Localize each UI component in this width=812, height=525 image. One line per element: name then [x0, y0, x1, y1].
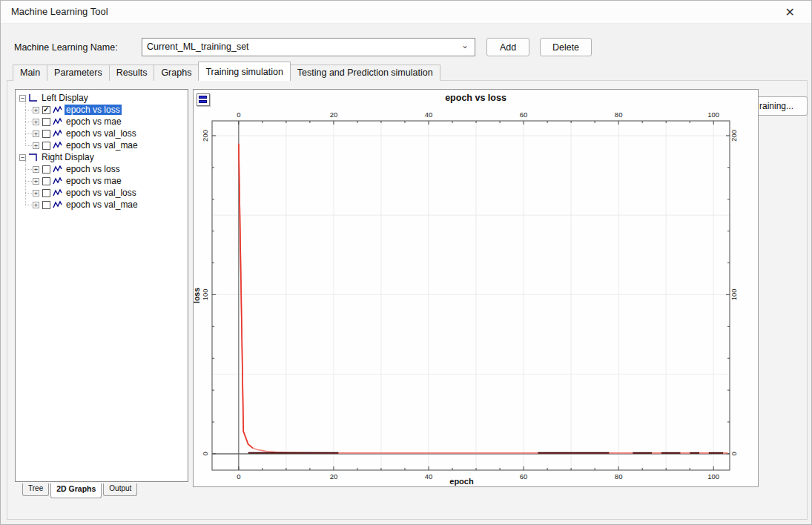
- svg-text:0: 0: [730, 452, 738, 455]
- ml-name-combobox[interactable]: Current_ML_training_set ⌄: [142, 38, 475, 56]
- close-icon[interactable]: ✕: [781, 4, 799, 21]
- tab-parameters[interactable]: Parameters: [47, 65, 110, 81]
- expand-icon[interactable]: +: [33, 119, 39, 125]
- tree-item-right-display-epoch-vs-val-mae[interactable]: +epoch vs val_mae: [16, 199, 188, 211]
- visibility-checkbox[interactable]: [42, 142, 50, 150]
- tab-graphs[interactable]: Graphs: [154, 65, 199, 81]
- tree-item-label[interactable]: epoch vs mae: [65, 116, 123, 127]
- tree-item-right-display-epoch-vs-mae[interactable]: +epoch vs mae: [16, 175, 188, 187]
- tree-group-right-display[interactable]: −Right Display: [16, 151, 188, 163]
- visibility-checkbox[interactable]: [42, 189, 50, 197]
- curve-icon: [53, 200, 62, 209]
- tree-item-label[interactable]: epoch vs val_mae: [65, 199, 139, 210]
- svg-text:0: 0: [201, 452, 209, 455]
- curve-icon: [53, 117, 62, 126]
- view-tab-tree[interactable]: Tree: [22, 483, 49, 496]
- tree-item-left-display-epoch-vs-val-mae[interactable]: +epoch vs val_mae: [16, 139, 188, 151]
- expand-icon[interactable]: +: [33, 142, 39, 149]
- ml-name-label: Machine Learning Name:: [14, 42, 118, 53]
- tree-group-label[interactable]: Right Display: [40, 152, 96, 162]
- expand-icon[interactable]: +: [33, 107, 39, 113]
- svg-text:60: 60: [520, 110, 528, 119]
- expand-icon[interactable]: +: [33, 202, 39, 208]
- visibility-checkbox[interactable]: [42, 201, 50, 209]
- tree-item-left-display-epoch-vs-val-loss[interactable]: +epoch vs val_loss: [16, 128, 188, 139]
- expand-icon[interactable]: +: [33, 166, 39, 173]
- visibility-checkbox[interactable]: [42, 165, 50, 174]
- svg-text:0: 0: [237, 110, 240, 119]
- svg-text:20: 20: [330, 110, 338, 119]
- chart-properties-icon[interactable]: [197, 93, 210, 106]
- chart-icon-stripe: [199, 96, 207, 99]
- tree-item-right-display-epoch-vs-loss[interactable]: +epoch vs loss: [16, 163, 188, 175]
- tab-page-frame: −Left Display+epoch vs loss+epoch vs mae…: [7, 80, 808, 520]
- curve-icon: [53, 105, 62, 114]
- svg-text:100: 100: [730, 288, 738, 300]
- svg-text:200: 200: [730, 130, 738, 142]
- tab-training-simulation[interactable]: Training simulation: [198, 62, 290, 81]
- tree-item-label[interactable]: epoch vs val_mae: [65, 140, 139, 151]
- svg-text:80: 80: [615, 110, 623, 119]
- chevron-down-icon: ⌄: [461, 40, 469, 50]
- tab-results[interactable]: Results: [109, 65, 155, 81]
- svg-text:100: 100: [201, 288, 209, 300]
- right-display-icon: [28, 153, 38, 162]
- tree-item-right-display-epoch-vs-val-loss[interactable]: +epoch vs val_loss: [16, 187, 188, 199]
- add-button[interactable]: Add: [486, 38, 529, 56]
- x-axis-label: epoch: [194, 477, 730, 486]
- tree-item-label[interactable]: epoch vs loss: [65, 164, 122, 174]
- delete-button[interactable]: Delete: [540, 38, 592, 56]
- expand-icon[interactable]: +: [33, 131, 39, 137]
- left-display-icon: [28, 93, 38, 102]
- expand-icon[interactable]: +: [33, 190, 39, 197]
- tab-testing-and-prediction-simulation[interactable]: Testing and Prediction simulation: [290, 65, 440, 81]
- curve-icon: [53, 188, 62, 197]
- tree-item-label[interactable]: epoch vs mae: [65, 176, 123, 186]
- curve-icon: [53, 165, 62, 174]
- loss-chart: 00202040406060808010010000100100200200lo…: [194, 90, 759, 488]
- visibility-checkbox[interactable]: [42, 130, 50, 138]
- visibility-checkbox[interactable]: [42, 118, 50, 126]
- collapse-icon[interactable]: −: [19, 154, 26, 161]
- tab-strip: MainParametersResultsGraphsTraining simu…: [13, 63, 440, 81]
- tree-item-label[interactable]: epoch vs val_loss: [65, 128, 138, 139]
- chart-icon-stripe: [199, 100, 207, 103]
- tree-item-label[interactable]: epoch vs val_loss: [65, 188, 138, 198]
- window-title: Machine Learning Tool: [11, 6, 108, 17]
- visibility-checkbox[interactable]: [42, 106, 50, 114]
- training-button[interactable]: raining...: [759, 96, 808, 116]
- ml-name-value: Current_ML_training_set: [147, 42, 249, 52]
- svg-text:40: 40: [425, 110, 433, 119]
- curve-icon: [53, 141, 62, 150]
- chart-panel: 00202040406060808010010000100100200200lo…: [193, 89, 759, 487]
- tree-item-left-display-epoch-vs-loss[interactable]: +epoch vs loss: [16, 104, 188, 116]
- curve-icon: [53, 176, 62, 185]
- display-tree-panel: −Left Display+epoch vs loss+epoch vs mae…: [15, 89, 188, 482]
- svg-text:loss: loss: [194, 288, 201, 303]
- tree-item-left-display-epoch-vs-mae[interactable]: +epoch vs mae: [16, 116, 188, 128]
- chart-title: epoch vs loss: [194, 93, 758, 103]
- view-tab-2d-graphs[interactable]: 2D Graphs: [50, 483, 102, 498]
- tab-main[interactable]: Main: [13, 65, 47, 81]
- view-tab-output[interactable]: Output: [103, 483, 137, 496]
- collapse-icon[interactable]: −: [19, 95, 26, 102]
- visibility-checkbox[interactable]: [42, 177, 50, 185]
- tree-item-label[interactable]: epoch vs loss: [65, 105, 122, 115]
- svg-text:200: 200: [201, 130, 209, 142]
- view-tabs: Tree2D GraphsOutput: [22, 483, 139, 498]
- tree-group-label[interactable]: Left Display: [40, 93, 90, 103]
- curve-icon: [53, 129, 62, 138]
- svg-text:100: 100: [707, 110, 719, 119]
- expand-icon[interactable]: +: [33, 178, 39, 185]
- titlebar: Machine Learning Tool ✕: [1, 1, 811, 24]
- machine-learning-tool-window: Machine Learning Tool ✕ Machine Learning…: [0, 0, 812, 525]
- tree-group-left-display[interactable]: −Left Display: [16, 92, 188, 104]
